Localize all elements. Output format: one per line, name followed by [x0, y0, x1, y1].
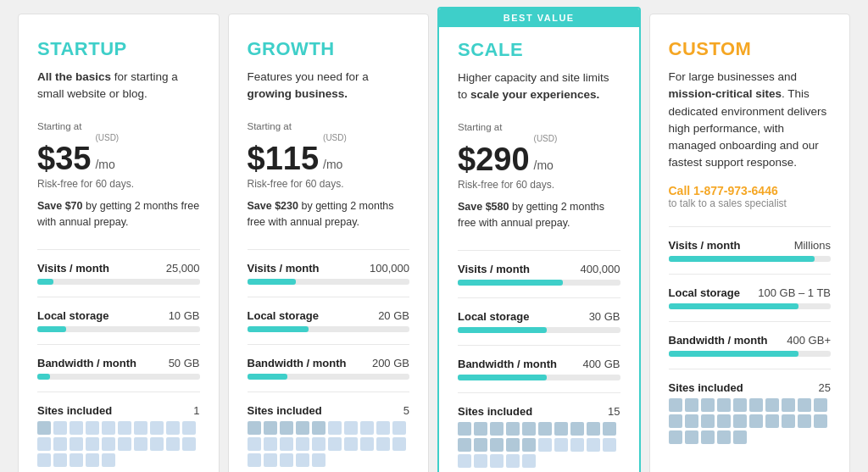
feature-label-custom-3: Sites included: [669, 381, 743, 394]
divider-custom-0: [669, 226, 832, 227]
feature-value-custom-0: Millions: [794, 239, 831, 252]
feature-label-scale-3: Sites included: [458, 405, 532, 418]
best-value-badge: BEST VALUE: [439, 8, 639, 27]
site-block: [360, 421, 374, 435]
site-block: [701, 414, 715, 428]
feature-label-row-custom-3: Sites included 25: [669, 381, 832, 394]
site-block: [344, 437, 358, 451]
site-block: [570, 438, 584, 452]
feature-label-custom-1: Local storage: [669, 286, 741, 299]
site-blocks-startup: [37, 421, 200, 467]
feature-value-growth-2: 200 GB: [372, 357, 409, 369]
site-block: [118, 421, 131, 435]
bar-fill-custom-0: [669, 256, 815, 262]
bar-track-custom-1: [669, 303, 832, 309]
site-block: [717, 414, 731, 428]
starting-at-growth: Starting at: [248, 121, 410, 131]
price-usd-growth: (USD): [323, 133, 347, 142]
site-block: [733, 414, 747, 428]
bar-track-growth-0: [248, 279, 410, 285]
site-blocks-growth: [248, 421, 410, 467]
bar-track-growth-1: [248, 326, 410, 332]
site-block: [587, 438, 600, 452]
site-block: [717, 430, 731, 444]
site-block: [376, 437, 390, 451]
plan-description-startup: All the basics for starting a small webs…: [37, 69, 200, 109]
bar-fill-custom-2: [669, 351, 798, 357]
save-text-startup: Save $70 by getting 2 months free with a…: [37, 198, 200, 230]
bar-fill-scale-2: [458, 375, 547, 380]
site-block: [603, 438, 616, 452]
bar-track-startup-0: [37, 279, 200, 285]
feature-label-startup-1: Local storage: [37, 309, 109, 322]
site-block: [70, 453, 83, 467]
site-block: [554, 438, 568, 452]
feature-row-scale-3: Sites included 15: [458, 405, 620, 468]
starting-at-scale: Starting at: [458, 122, 620, 132]
site-block: [182, 437, 196, 451]
price-row-scale: $290 (USD) /mo: [458, 134, 620, 175]
divider-startup-0: [37, 249, 200, 250]
feature-value-custom-1: 100 GB – 1 TB: [758, 286, 831, 299]
plan-card-growth: GROWTHFeatures you need for a growing bu…: [228, 14, 430, 472]
feature-label-row-scale-2: Bandwidth / month 400 GB: [458, 358, 620, 370]
site-block: [749, 414, 763, 428]
site-block: [685, 414, 698, 428]
site-blocks-scale: [458, 422, 620, 468]
site-block: [248, 421, 261, 435]
feature-row-startup-0: Visits / month 25,000: [37, 262, 200, 285]
feature-label-scale-1: Local storage: [458, 310, 530, 323]
site-block: [86, 421, 99, 435]
feature-label-row-startup-0: Visits / month 25,000: [37, 262, 200, 275]
feature-row-startup-3: Sites included 1: [37, 404, 200, 467]
divider-growth-2: [248, 344, 410, 345]
site-block: [280, 437, 293, 451]
site-block: [37, 453, 51, 467]
site-block: [570, 422, 584, 436]
divider-growth-3: [248, 391, 410, 392]
feature-value-startup-3: 1: [193, 404, 199, 417]
feature-row-custom-0: Visits / month Millions: [669, 239, 832, 262]
site-block: [280, 453, 293, 467]
divider-growth-1: [248, 297, 410, 297]
custom-phone[interactable]: Call 1-877-973-6446: [669, 184, 832, 197]
site-block: [312, 437, 326, 451]
feature-label-row-startup-2: Bandwidth / month 50 GB: [37, 357, 200, 369]
feature-value-growth-0: 100,000: [370, 262, 409, 275]
feature-row-custom-3: Sites included 25: [669, 381, 832, 444]
feature-label-row-scale-0: Visits / month 400,000: [458, 263, 620, 275]
feature-label-row-scale-1: Local storage 30 GB: [458, 310, 620, 323]
site-block: [522, 454, 536, 468]
feature-label-scale-0: Visits / month: [458, 263, 530, 275]
feature-row-growth-0: Visits / month 100,000: [248, 262, 410, 285]
feature-value-growth-3: 5: [403, 404, 409, 417]
plan-card-startup: STARTUPAll the basics for starting a sma…: [18, 14, 220, 472]
site-blocks-custom: [669, 398, 832, 444]
site-block: [70, 437, 83, 451]
divider-custom-1: [669, 274, 832, 275]
site-block: [312, 453, 326, 467]
site-block: [554, 422, 568, 436]
divider-growth-0: [248, 249, 410, 250]
site-block: [312, 421, 326, 435]
feature-row-scale-2: Bandwidth / month 400 GB: [458, 358, 620, 380]
plan-description-growth: Features you need for a growing business…: [248, 69, 410, 109]
site-block: [765, 398, 779, 412]
site-block: [86, 437, 99, 451]
site-block: [53, 437, 67, 451]
plan-name-custom: CUSTOM: [669, 38, 832, 60]
site-block: [102, 437, 115, 451]
feature-row-growth-2: Bandwidth / month 200 GB: [248, 357, 410, 380]
site-block: [538, 438, 552, 452]
site-block: [150, 421, 164, 435]
divider-startup-3: [37, 391, 200, 392]
site-block: [344, 421, 358, 435]
site-block: [701, 430, 715, 444]
site-block: [182, 421, 196, 435]
feature-label-row-scale-3: Sites included 15: [458, 405, 620, 418]
site-block: [538, 422, 552, 436]
feature-row-growth-1: Local storage 20 GB: [248, 309, 410, 332]
site-block: [328, 437, 342, 451]
site-block: [328, 421, 342, 435]
site-block: [782, 398, 795, 412]
